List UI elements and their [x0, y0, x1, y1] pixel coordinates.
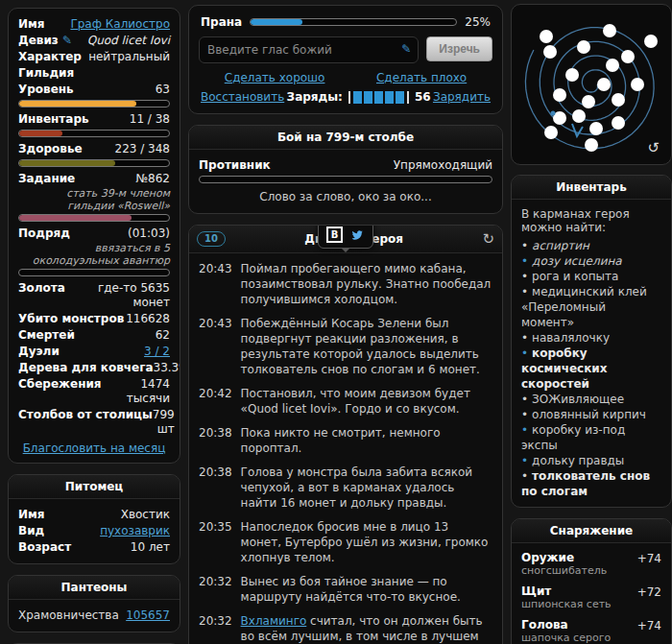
quest-text: стать 39-м членом гильдии «Roswell»: [18, 187, 170, 212]
map-town-node[interactable]: [606, 59, 619, 72]
hero-stats-panel: Имя Граф Калиостро Девиз ✎ Quod licet Io…: [8, 8, 180, 464]
hero-position-arrow-icon: [572, 124, 583, 136]
pantheons-panel: Пантеоны Храмовничества 105657: [8, 575, 180, 632]
diary-entry: 20:43 Побеждённый Косарь Зелени был подв…: [199, 316, 492, 377]
prana-row: Прана 25%: [199, 13, 492, 33]
prana-bar: [250, 18, 457, 26]
map-town-node[interactable]: [540, 30, 553, 43]
equipment-title: Снаряжение: [512, 519, 671, 543]
battle-title: Бой на 799-м столбе: [189, 126, 502, 150]
charges-label: Заряды:: [287, 90, 343, 104]
voice-panel: Прана 25% ✎ Изречь Сделать хорошо Сделат…: [188, 5, 503, 114]
pet-kind-link[interactable]: пухозаврик: [100, 524, 170, 538]
stat-row-quest: Задание №862: [18, 171, 170, 187]
map-milestone-dot: [551, 111, 556, 116]
charges-indicator: Заряды: 56: [287, 90, 431, 104]
pantheons-panel-title: Пантеоны: [9, 576, 180, 600]
pantheon-rank-link[interactable]: 105657: [126, 608, 170, 623]
inventory-item: •медицинский клей «Переломный момент»: [521, 284, 661, 330]
map-town-node[interactable]: [612, 93, 625, 107]
enemy-health-bar: [199, 176, 492, 183]
map-town-node[interactable]: [577, 40, 590, 54]
voice-pencil-icon: ✎: [401, 42, 411, 56]
map-town-node[interactable]: [621, 50, 635, 63]
motto-value: Quod licet Iovi: [87, 34, 170, 48]
level-bar: [18, 100, 170, 107]
charge-link[interactable]: Зарядить: [433, 90, 491, 104]
pantheon-row-templehood: Храмовничества 105657: [18, 608, 170, 624]
pet-row-age: Возраст 10 лет: [18, 539, 170, 556]
charge-cells: [348, 91, 409, 104]
prana-percent: 25%: [465, 15, 491, 29]
enemy-name: Упрямоходящий: [394, 158, 492, 173]
map-town-node[interactable]: [572, 109, 586, 123]
map-town-node[interactable]: [589, 122, 603, 135]
pet-row-kind: Вид пухозаврик: [18, 523, 170, 539]
inventory-title: Инвентарь: [512, 176, 671, 200]
enemy-row: Противник Упрямоходящий: [199, 157, 492, 174]
inventory-item: •дольку правды: [521, 453, 661, 468]
side-job-bar: [18, 269, 170, 276]
inventory-item: •дозу исцелина: [521, 253, 661, 269]
side-job-text: ввязаться в 5 околодуэльных авантюр: [18, 242, 170, 267]
diary-unread-badge: 10: [197, 231, 226, 247]
inventory-bar: [18, 130, 170, 137]
inventory-intro: В карманах героя можно найти:: [521, 207, 661, 234]
map-town-node[interactable]: [597, 78, 611, 91]
map-town-node[interactable]: [585, 138, 598, 152]
diary-entry: 20:38 Голова у монстра была забита всяко…: [199, 465, 492, 511]
inventory-item: •рога и копыта: [521, 269, 661, 284]
map-town-node[interactable]: [612, 116, 625, 130]
map-reset-icon[interactable]: ↺: [647, 139, 660, 156]
inventory-item: •ЗОЖивляющее: [521, 392, 661, 407]
hero-name-link[interactable]: Граф Калиостро: [70, 17, 170, 32]
say-button[interactable]: Изречь: [426, 36, 492, 61]
diary-entry: 20:38 Пока никто не смотрит, немного пор…: [199, 425, 492, 456]
map-town-node[interactable]: [565, 68, 579, 82]
stat-row-monsters-killed: Убито монстров 116628: [18, 311, 170, 327]
encourage-link[interactable]: Сделать хорошо: [225, 71, 325, 84]
stat-row-side-job: Подряд (01:03): [18, 226, 170, 242]
map-town-node[interactable]: [543, 45, 557, 59]
punish-link[interactable]: Сделать плохо: [376, 71, 467, 84]
map-town-node[interactable]: [631, 78, 644, 91]
equipment-row: Оружиесногсшибатель +74: [521, 551, 661, 577]
travel-map-panel: ↺: [511, 4, 672, 165]
map-town-node[interactable]: [553, 88, 566, 102]
stat-row-savings: Сбережения 1474 тысячи: [18, 376, 170, 407]
stat-row-gold: Золота где-то 5635 монет: [18, 280, 170, 311]
twitter-share-icon[interactable]: [349, 228, 365, 242]
diary-entry: 20:43 Поймал пробегающего мимо кабана, п…: [199, 261, 492, 307]
stat-label: Имя: [18, 17, 45, 32]
vk-share-icon[interactable]: В: [326, 227, 343, 243]
map-town-node[interactable]: [582, 95, 595, 108]
equipment-row: Щитшпионская сеть +72: [521, 584, 661, 610]
diary-panel: 10 Дневник героя ↻ В 20:43 Поймал пробег…: [188, 225, 503, 644]
equipment-panel: Снаряжение Оружиесногсшибатель +74 Щитшп…: [511, 518, 672, 644]
prana-label: Прана: [201, 15, 242, 29]
inventory-item: •навалялочку: [521, 330, 661, 346]
edit-motto-icon[interactable]: ✎: [62, 34, 72, 47]
share-popup: В: [318, 225, 373, 249]
inventory-list: •аспиртин •дозу исцелина •рога и копыта …: [521, 238, 661, 499]
inventory-item: •коробку из-под экспы: [521, 422, 661, 453]
monster-name-link[interactable]: Вхламинго: [241, 614, 307, 628]
equipment-row: Головашапочка серого кардинала +74: [521, 618, 661, 644]
stat-row-motto: Девиз ✎ Quod licet Iovi: [18, 33, 170, 49]
diary-refresh-icon[interactable]: ↻: [482, 230, 494, 248]
diary-entry: 20:35 Напоследок бросив мне в лицо 13 мо…: [199, 519, 492, 565]
map-town-node[interactable]: [544, 126, 558, 139]
inventory-item: •аспиртин: [521, 238, 661, 253]
god-voice-input[interactable]: [199, 36, 419, 63]
map-town-node[interactable]: [603, 24, 616, 37]
inventory-panel: Инвентарь В карманах героя можно найти: …: [511, 175, 672, 508]
restore-link[interactable]: Восстановить: [201, 90, 284, 104]
enemy-label: Противник: [199, 158, 271, 173]
map-town-node[interactable]: [644, 35, 658, 48]
pet-row-name: Имя Хвостик: [18, 507, 170, 523]
bless-link[interactable]: Благословить на месяц: [23, 441, 166, 455]
stat-row-level: Уровень 63: [18, 82, 170, 98]
stat-row-duels: Дуэли 3 / 2: [18, 344, 170, 360]
diary-entry: 20:32 Вхламинго считал, что он должен бы…: [199, 613, 492, 644]
duels-link[interactable]: 3 / 2: [144, 345, 170, 359]
